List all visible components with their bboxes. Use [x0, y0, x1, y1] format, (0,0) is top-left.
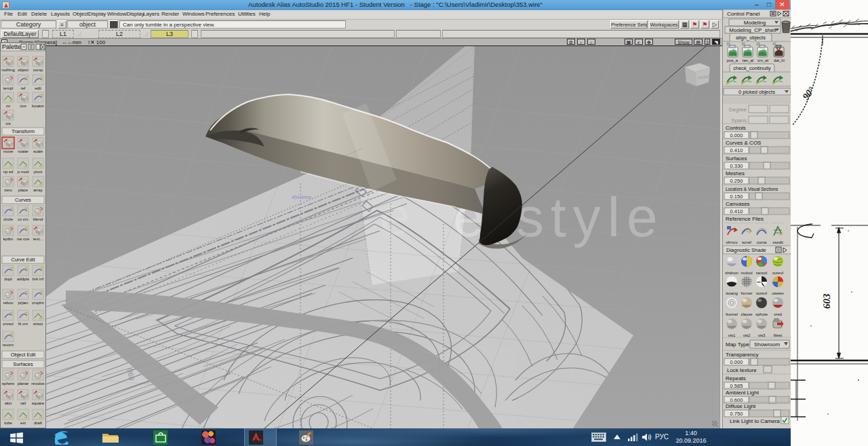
svg-text:draft: draft [34, 421, 42, 425]
svg-text:0.000: 0.000 [730, 359, 743, 365]
svg-text:Curves & COS: Curves & COS [726, 140, 761, 146]
svg-text:horver: horver [741, 291, 752, 295]
svg-text:pivot: pivot [34, 170, 43, 174]
svg-text:pos_a: pos_a [727, 58, 738, 62]
svg-text:0.410: 0.410 [730, 208, 743, 215]
svg-text:Surfaces: Surfaces [13, 361, 33, 367]
svg-text:xsedit: xsedit [772, 240, 783, 244]
svg-text:scnsf: scnsf [742, 240, 751, 244]
svg-text:Locators & Visual Sections: Locators & Visual Sections [726, 187, 778, 191]
svg-text:curva: curva [757, 240, 767, 244]
svg-text:blend: blend [33, 217, 43, 221]
svg-text:nothing: nothing [1, 68, 15, 72]
svg-text:Curve Edit: Curve Edit [11, 257, 35, 263]
svg-text:Control Panel: Control Panel [727, 11, 760, 17]
svg-text:place: place [18, 188, 28, 192]
svg-text:addpts: addpts [17, 277, 29, 281]
svg-text:rotate: rotate [18, 149, 28, 153]
svg-text:object: object [18, 68, 28, 72]
svg-text:mulcol: mulcol [741, 271, 752, 275]
svg-text:circle: circle [3, 217, 14, 221]
svg-text:rebov: rebov [3, 301, 13, 305]
svg-text:rancol: rancol [756, 271, 767, 275]
svg-text:cv: cv [6, 104, 10, 108]
svg-text:srtsct: srtsct [33, 322, 43, 326]
svg-text:brk inf: brk inf [33, 277, 44, 281]
svg-text:p mod: p mod [18, 170, 29, 174]
svg-text:Transform: Transform [12, 128, 35, 134]
svg-text:clayse: clayse [741, 312, 753, 316]
svg-text:Curves: Curves [15, 197, 31, 203]
svg-text:comp: comp [33, 68, 43, 72]
svg-text:0.750: 0.750 [730, 411, 743, 417]
svg-text:Object Edit: Object Edit [11, 352, 37, 358]
svg-text:xfrmcv: xfrmcv [726, 240, 738, 244]
svg-text:curevl: curevl [772, 271, 783, 275]
svg-text:nw cos: nw cos [17, 237, 30, 241]
svg-text:array: array [33, 188, 43, 192]
svg-text:Reference Files: Reference Files [726, 216, 764, 222]
svg-text:Showroom: Showroom [754, 341, 781, 348]
svg-text:0.330: 0.330 [730, 163, 743, 169]
svg-text:tan_al: tan_al [743, 58, 753, 62]
svg-text:crv_al: crv_al [757, 58, 768, 62]
svg-text:fit crv: fit crv [18, 322, 28, 326]
svg-text:cos: cos [20, 104, 26, 108]
svg-text:dal_hi: dal_hi [774, 58, 785, 62]
svg-text:0.250: 0.250 [730, 178, 743, 184]
svg-text:ltunnel: ltunnel [726, 312, 738, 316]
svg-text:cv crv: cv crv [18, 217, 28, 221]
svg-text:move: move [3, 149, 14, 153]
svg-text:Repeats: Repeats [726, 375, 746, 382]
svg-text:75: 75 [258, 439, 262, 443]
svg-text:text...: text... [33, 237, 43, 241]
svg-text:Meshes: Meshes [726, 170, 745, 176]
svg-text:skin: skin [5, 401, 12, 405]
svg-text:Diffuse Light: Diffuse Light [726, 403, 756, 409]
svg-text:kptbx: kptbx [3, 237, 13, 241]
svg-text:revcrv: revcrv [3, 343, 14, 347]
svg-text:Modeling: Modeling [744, 20, 766, 26]
svg-text:dupl: dupl [4, 277, 12, 281]
svg-text:tube: tube [4, 421, 12, 425]
svg-text:crvsct: crvsct [3, 322, 14, 326]
svg-text:edit: edit [35, 86, 41, 90]
svg-text:Surfaces: Surfaces [726, 155, 747, 162]
svg-text:templ: templ [3, 86, 14, 90]
svg-text:Lock texture: Lock texture [727, 367, 757, 373]
svg-text:vis: vis [5, 122, 10, 126]
svg-text:xphote: xphote [755, 312, 768, 316]
svg-text:0 picked objects: 0 picked objects [738, 89, 775, 95]
svg-text:sphere: sphere [2, 382, 15, 386]
svg-text:603: 603 [821, 293, 832, 309]
svg-text:vis3: vis3 [758, 333, 766, 337]
svg-text:Ambient Light: Ambient Light [726, 390, 760, 396]
svg-text:0.410: 0.410 [730, 147, 743, 153]
svg-text:zero: zero [4, 188, 12, 192]
svg-text:vred: vred [774, 312, 782, 316]
svg-text:isoang: isoang [726, 291, 738, 295]
svg-text:Map Type: Map Type [726, 341, 750, 348]
svg-text:Link Light to Camera: Link Light to Camera [730, 418, 780, 424]
svg-text:scale: scale [33, 149, 43, 153]
svg-text:Spans: Spans [731, 117, 747, 124]
svg-text:surevl: surevl [756, 291, 767, 295]
svg-text:shdnon: shdnon [725, 271, 738, 275]
svg-text:Diagnostic Shade: Diagnostic Shade [726, 247, 766, 253]
svg-text:ext: ext [20, 421, 26, 425]
svg-text:align_objects: align_objects [736, 35, 766, 41]
svg-text:Palette: Palette [2, 43, 21, 50]
svg-text:vis1: vis1 [728, 333, 736, 337]
svg-text:np sd: np sd [3, 170, 14, 174]
svg-text:0.150: 0.150 [730, 193, 743, 200]
svg-text:square: square [32, 401, 45, 405]
svg-text:planar: planar [18, 382, 29, 386]
svg-text:454,9mm: 454,9mm [292, 195, 311, 200]
svg-text:Degree: Degree [729, 107, 747, 113]
svg-text:locator: locator [32, 104, 44, 108]
svg-text:Canvases: Canvases [726, 201, 750, 207]
svg-text:usetex: usetex [772, 291, 784, 295]
svg-text:Modeling_CP_shelf: Modeling_CP_shelf [729, 27, 776, 33]
svg-text:0.600: 0.600 [730, 397, 743, 403]
svg-text:filest: filest [774, 333, 783, 337]
